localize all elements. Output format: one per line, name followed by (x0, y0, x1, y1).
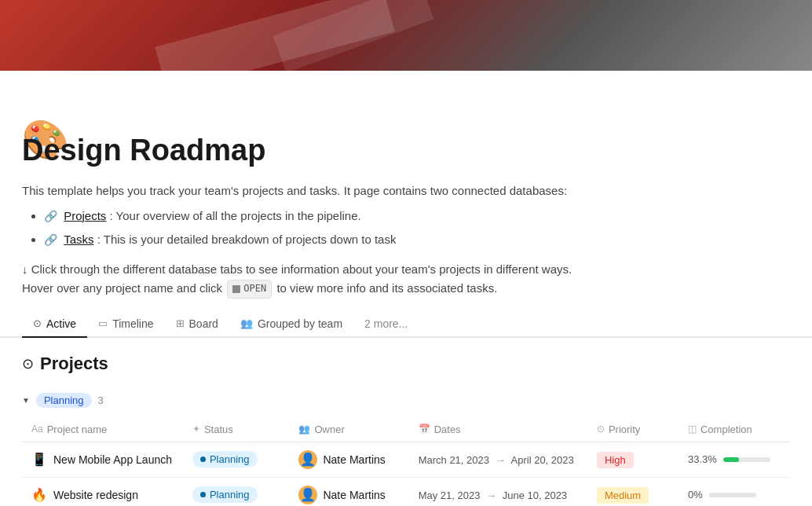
date-end: April 20, 2023 (511, 454, 574, 466)
status-dot (200, 492, 206, 497)
database-section: ⊙ Projects ▼ Planning 3 Aa Project name … (0, 338, 812, 506)
col-completion-icon: ◫ (688, 424, 697, 434)
db-title: Projects (40, 354, 108, 374)
owner-name: Nate Martins (323, 489, 385, 501)
tab-more-label: 2 more... (364, 317, 408, 330)
project-emoji: 🔥 (31, 487, 47, 502)
progress-bar (723, 457, 770, 462)
priority-badge: High (597, 452, 634, 468)
tab-timeline-icon: ▭ (98, 317, 108, 329)
status-label: Planning (210, 489, 250, 500)
db-title-row: ⊙ Projects (22, 354, 790, 374)
dates-cell: March 21, 2023 → April 20, 2023 (419, 454, 574, 466)
tab-active-icon: ⊙ (33, 317, 42, 329)
bullet-icon-2: 🔗 (44, 233, 57, 246)
owner-name: Nate Martins (323, 453, 385, 466)
group-expand-icon: ▼ (22, 396, 30, 405)
project-emoji: 📱 (31, 452, 47, 467)
group-badge: Planning (36, 393, 92, 408)
page-banner (0, 0, 812, 71)
dates-cell: May 21, 2023 → June 10, 2023 (419, 490, 567, 501)
owner-cell: 👤 Nate Martins (298, 486, 399, 504)
feature-list: 🔗 Projects : Your overview of all the pr… (22, 207, 790, 249)
table-row[interactable]: 🔥 Website redesign Planning 👤 Nate Marti… (22, 477, 790, 506)
tab-timeline[interactable]: ▭ Timeline (87, 311, 164, 338)
project-name-text: New Mobile App Launch (53, 453, 172, 466)
completion-value: 33.3% (688, 453, 717, 465)
col-header-owner: 👥 Owner (289, 417, 408, 442)
tab-board-icon: ⊞ (176, 317, 185, 329)
tabs-bar: ⊙ Active ▭ Timeline ⊞ Board 👥 Grouped by… (0, 311, 812, 338)
table-row[interactable]: 📱 New Mobile App Launch Planning 👤 Nate … (22, 442, 790, 477)
open-icon (232, 285, 240, 293)
table-header-row: Aa Project name ✦ Status 👥 Owner (22, 417, 790, 442)
avatar: 👤 (298, 450, 317, 469)
col-header-completion: ◫ Completion (678, 417, 790, 442)
col-dates-icon: 📅 (419, 424, 430, 434)
instructions-line1: ↓ Click through the different database t… (22, 262, 572, 276)
projects-table: Aa Project name ✦ Status 👥 Owner (22, 417, 790, 506)
col-owner-icon: 👥 (298, 424, 310, 434)
progress-fill (723, 457, 739, 462)
bullet-tasks: 🔗 Tasks : This is your detailed breakdow… (44, 230, 790, 249)
group-header-planning[interactable]: ▼ Planning 3 (22, 387, 790, 414)
status-badge: Planning (192, 451, 258, 468)
status-badge: Planning (192, 486, 258, 503)
owner-cell: 👤 Nate Martins (298, 450, 399, 469)
priority-badge: Medium (597, 487, 649, 504)
projects-description: : Your overview of all the projects in t… (110, 209, 361, 222)
progress-bar (709, 493, 756, 497)
projects-link[interactable]: Projects (64, 209, 106, 222)
tab-grouped-by-team[interactable]: 👥 Grouped by team (229, 311, 353, 338)
col-status-icon: ✦ (192, 424, 200, 434)
avatar: 👤 (298, 486, 317, 504)
col-owner-label: Owner (314, 424, 344, 435)
completion-value: 0% (688, 489, 703, 500)
avatar-icon: 👤 (300, 487, 316, 502)
date-start: May 21, 2023 (419, 490, 481, 501)
col-priority-icon: ⊙ (597, 424, 605, 434)
tab-grouped-icon: 👥 (240, 317, 253, 329)
col-header-dates: 📅 Dates (409, 417, 587, 442)
completion-cell: 0% (688, 489, 781, 500)
completion-cell: 33.3% (688, 453, 781, 465)
tab-grouped-label: Grouped by team (258, 317, 342, 330)
col-header-priority: ⊙ Priority (587, 417, 678, 442)
tab-board[interactable]: ⊞ Board (165, 311, 229, 338)
open-badge: OPEN (227, 280, 272, 298)
tab-timeline-label: Timeline (112, 317, 153, 330)
project-name-cell: 🔥 Website redesign (31, 487, 174, 502)
tab-board-label: Board (189, 317, 218, 330)
project-name-cell: 📱 New Mobile App Launch (31, 452, 174, 467)
table-body: 📱 New Mobile App Launch Planning 👤 Nate … (22, 442, 790, 506)
col-name-label: Project name (47, 424, 108, 435)
date-arrow: → (496, 454, 506, 466)
tab-active-label: Active (46, 317, 76, 330)
bullet-projects: 🔗 Projects : Your overview of all the pr… (44, 207, 790, 226)
tab-active[interactable]: ⊙ Active (22, 311, 87, 338)
status-dot (200, 456, 206, 462)
instructions-line2: Hover over any project name and click (22, 281, 222, 295)
col-header-status: ✦ Status (183, 417, 290, 442)
col-header-name: Aa Project name (22, 417, 183, 442)
date-start: March 21, 2023 (419, 454, 489, 466)
col-priority-label: Priority (609, 424, 640, 435)
instructions-line3: to view more info and its associated tas… (276, 281, 497, 295)
avatar-icon: 👤 (300, 452, 316, 467)
col-dates-label: Dates (434, 424, 461, 435)
tab-more[interactable]: 2 more... (353, 311, 419, 336)
date-arrow: → (486, 490, 496, 501)
col-name-icon: Aa (31, 424, 43, 434)
page-title: Design Roadmap (22, 134, 790, 167)
open-label: OPEN (243, 281, 266, 296)
tasks-link[interactable]: Tasks (64, 233, 93, 246)
bullet-icon-1: 🔗 (44, 210, 57, 222)
tasks-description: : This is your detailed breakdown of pro… (97, 233, 397, 246)
page-description: This template helps you track your team'… (22, 182, 790, 200)
db-title-icon: ⊙ (22, 355, 34, 372)
status-label: Planning (210, 453, 250, 465)
col-status-label: Status (204, 424, 233, 435)
project-name-text: Website redesign (53, 489, 138, 501)
group-count: 3 (98, 394, 104, 406)
date-end: June 10, 2023 (503, 490, 567, 501)
